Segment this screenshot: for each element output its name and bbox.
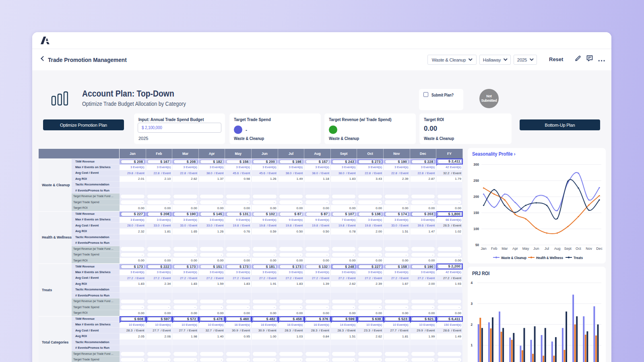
svg-text:Aug: Aug bbox=[554, 247, 561, 251]
svg-text:4: 4 bbox=[471, 281, 473, 285]
svg-text:Jun: Jun bbox=[533, 247, 539, 251]
svg-text:Dec: Dec bbox=[596, 247, 603, 251]
svg-text:1: 1 bbox=[471, 343, 473, 347]
svg-text:200: 200 bbox=[473, 195, 479, 199]
svg-text:Apr: Apr bbox=[512, 247, 518, 251]
svg-text:Sept: Sept bbox=[564, 247, 572, 251]
svg-text:3: 3 bbox=[471, 302, 473, 306]
svg-text:Feb: Feb bbox=[491, 247, 497, 251]
svg-text:300: 300 bbox=[473, 163, 479, 167]
svg-text:May: May bbox=[522, 247, 529, 251]
svg-text:250: 250 bbox=[473, 179, 479, 183]
svg-text:Nov: Nov bbox=[586, 247, 592, 251]
svg-text:Jan: Jan bbox=[481, 247, 486, 251]
svg-text:50: 50 bbox=[475, 243, 479, 247]
svg-text:Jul: Jul bbox=[545, 247, 549, 251]
svg-text:Treats: Treats bbox=[574, 256, 583, 260]
svg-text:100: 100 bbox=[473, 227, 479, 231]
svg-text:Waste & Cleanup: Waste & Cleanup bbox=[501, 256, 526, 260]
svg-text:Health & Wellness: Health & Wellness bbox=[536, 256, 563, 260]
svg-text:2: 2 bbox=[471, 323, 473, 327]
svg-text:Mar: Mar bbox=[502, 247, 508, 251]
svg-text:Oct: Oct bbox=[576, 247, 581, 251]
svg-text:150: 150 bbox=[473, 211, 479, 215]
